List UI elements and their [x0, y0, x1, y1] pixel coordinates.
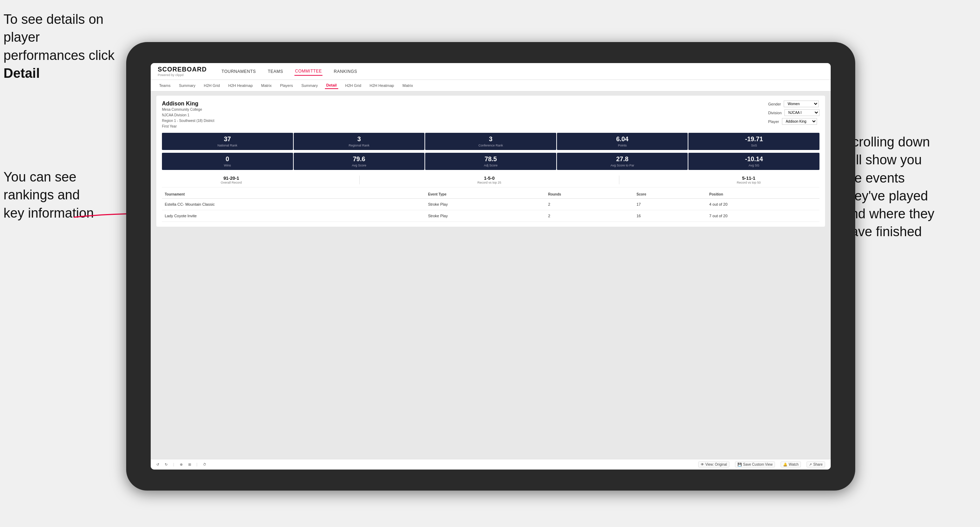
- player-college: Mesa Community College: [162, 107, 215, 113]
- toolbar-undo-icon[interactable]: ↺: [156, 462, 159, 467]
- cell-position: 7 out of 20: [706, 210, 819, 222]
- cell-position: 4 out of 20: [706, 199, 819, 210]
- logo-text: SCOREBOARD: [158, 66, 207, 73]
- watch-icon: 🔔: [783, 462, 787, 467]
- nav-rankings[interactable]: RANKINGS: [333, 68, 358, 75]
- nav-committee[interactable]: COMMITTEE: [294, 67, 323, 76]
- subnav-matrix2[interactable]: Matrix: [401, 83, 414, 89]
- tournament-table: Tournament Event Type Rounds Score Posit…: [162, 190, 819, 222]
- stat-row1-0: 37National Rank: [162, 133, 293, 150]
- subnav-h2hgrid[interactable]: H2H Grid: [202, 83, 221, 89]
- cell-rounds: 2: [546, 210, 634, 222]
- cell-score: 17: [634, 199, 706, 210]
- cell-rounds: 2: [546, 199, 634, 210]
- table-row: Estella CC- Mountain Classic Stroke Play…: [162, 199, 819, 210]
- stats-row1: 37National Rank3Regional Rank3Conference…: [162, 133, 819, 150]
- player-division: NJCAA Division 1: [162, 113, 215, 118]
- table-header-row: Tournament Event Type Rounds Score Posit…: [162, 190, 819, 199]
- cell-tournament: Estella CC- Mountain Classic: [162, 199, 425, 210]
- stat-row2-4: -10.14Avg SG: [688, 153, 819, 170]
- stat-row1-1: 3Regional Rank: [294, 133, 425, 150]
- watch-btn[interactable]: 🔔 Watch: [781, 462, 801, 467]
- filter-gender: Gender Women Men: [768, 100, 819, 107]
- records-row: 91-20-1Overall Record1-5-0Record vs top …: [162, 173, 819, 187]
- toolbar-redo-icon[interactable]: ↻: [165, 462, 167, 467]
- toolbar-zoom-icon[interactable]: ⊕: [180, 462, 183, 467]
- bottom-toolbar: ↺ ↻ | ⊕ ⊞ | ⏱ 👁 View: Original 💾 Save Cu…: [151, 459, 831, 470]
- col-score: Score: [634, 190, 706, 199]
- logo-sub: Powered by clippd: [158, 73, 207, 77]
- navbar: SCOREBOARD Powered by clippd TOURNAMENTS…: [151, 63, 831, 80]
- subnav-h2hheatmap[interactable]: H2H Heatmap: [227, 83, 254, 89]
- division-select[interactable]: NJCAA I NJCAA II: [784, 110, 819, 116]
- col-tournament: Tournament: [162, 190, 425, 199]
- subnav-players[interactable]: Players: [278, 83, 294, 89]
- subnav-teams[interactable]: Teams: [158, 83, 172, 89]
- subnav-matrix[interactable]: Matrix: [260, 83, 273, 89]
- player-region: Region 1 - Southwest (18) District: [162, 118, 215, 124]
- cell-event-type: Stroke Play: [425, 210, 546, 222]
- nav-tournaments[interactable]: TOURNAMENTS: [221, 68, 256, 75]
- player-select[interactable]: Addison King: [782, 118, 817, 125]
- annotation-top-left: To see details on player performances cl…: [3, 11, 123, 83]
- stat-row2-3: 27.8Avg Score to Par: [557, 153, 688, 170]
- cell-tournament: Lady Coyote Invite: [162, 210, 425, 222]
- logo-area: SCOREBOARD Powered by clippd: [158, 66, 207, 77]
- cell-event-type: Stroke Play: [425, 199, 546, 210]
- stat-row2-1: 79.6Avg Score: [294, 153, 425, 170]
- save-icon: 💾: [737, 462, 742, 467]
- subnav-h2hgrid2[interactable]: H2H Grid: [344, 83, 363, 89]
- annotation-right: Scrolling down will show you the events …: [843, 133, 977, 241]
- col-position: Position: [706, 190, 819, 199]
- filter-division: Division NJCAA I NJCAA II: [768, 110, 819, 116]
- view-original-btn[interactable]: 👁 View: Original: [698, 462, 730, 467]
- player-info: Addison King Mesa Community College NJCA…: [162, 100, 215, 129]
- main-content: Addison King Mesa Community College NJCA…: [151, 92, 831, 459]
- stats-row2: 0Wins79.6Avg Score78.5Adj Score27.8Avg S…: [162, 153, 819, 170]
- stat-row2-2: 78.5Adj Score: [425, 153, 556, 170]
- player-card: Addison King Mesa Community College NJCA…: [156, 96, 825, 227]
- tablet-screen: SCOREBOARD Powered by clippd TOURNAMENTS…: [151, 63, 831, 470]
- annotation-bottom-left: You can see rankings and key information: [3, 168, 105, 222]
- view-icon: 👁: [701, 462, 704, 467]
- player-header: Addison King Mesa Community College NJCA…: [162, 100, 819, 129]
- share-btn[interactable]: ↗ Share: [807, 462, 825, 467]
- player-year: First Year: [162, 124, 215, 129]
- table-row: Lady Coyote Invite Stroke Play 2 16 7 ou…: [162, 210, 819, 222]
- record-2: 5-11-1Record vs top 50: [737, 176, 760, 184]
- stat-row1-3: 6.04Points: [557, 133, 688, 150]
- stat-row1-2: 3Conference Rank: [425, 133, 556, 150]
- tablet-frame: SCOREBOARD Powered by clippd TOURNAMENTS…: [126, 42, 855, 490]
- player-label: Player: [768, 119, 779, 124]
- nav-teams[interactable]: TEAMS: [267, 68, 284, 75]
- gender-select[interactable]: Women Men: [784, 100, 819, 107]
- toolbar-clock-icon[interactable]: ⏱: [203, 462, 207, 467]
- cell-score: 16: [634, 210, 706, 222]
- filter-player: Player Addison King: [768, 118, 819, 125]
- gender-label: Gender: [768, 102, 781, 106]
- subnav-h2hheatmap2[interactable]: H2H Heatmap: [368, 83, 396, 89]
- col-event-type: Event Type: [425, 190, 546, 199]
- subnav-summary[interactable]: Summary: [177, 83, 197, 89]
- stat-row1-4: -19.71SoS: [688, 133, 819, 150]
- player-filters: Gender Women Men Division NJCAA I NJCAA …: [768, 100, 819, 125]
- col-rounds: Rounds: [546, 190, 634, 199]
- save-custom-btn[interactable]: 💾 Save Custom View: [735, 462, 775, 467]
- record-1: 1-5-0Record vs top 25: [477, 176, 501, 184]
- record-0: 91-20-1Overall Record: [221, 176, 242, 184]
- subnav-summary2[interactable]: Summary: [300, 83, 319, 89]
- stat-row2-0: 0Wins: [162, 153, 293, 170]
- share-icon: ↗: [809, 462, 812, 467]
- division-label: Division: [768, 111, 782, 115]
- subnav-detail[interactable]: Detail: [325, 82, 338, 89]
- player-name: Addison King: [162, 100, 215, 107]
- sub-navbar: Teams Summary H2H Grid H2H Heatmap Matri…: [151, 80, 831, 92]
- toolbar-fit-icon[interactable]: ⊞: [188, 462, 191, 467]
